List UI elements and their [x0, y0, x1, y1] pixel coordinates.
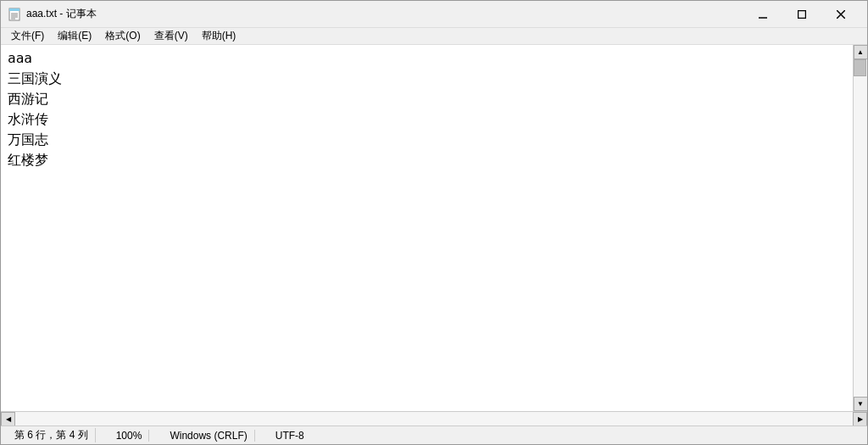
scroll-down-button[interactable]: ▼	[854, 397, 868, 411]
scroll-thumb-y[interactable]	[854, 59, 866, 76]
encoding: UTF-8	[269, 430, 311, 442]
vertical-scrollbar[interactable]: ▲ ▼	[853, 45, 867, 411]
zoom-level: 100%	[109, 430, 150, 442]
scroll-right-button[interactable]: ▶	[853, 412, 867, 426]
close-button[interactable]	[821, 1, 860, 28]
window-title: aaa.txt - 记事本	[26, 7, 743, 21]
notepad-window: aaa.txt - 记事本 文件(F) 编辑(E) 格式(O) 查看(V) 帮助…	[0, 0, 868, 445]
horizontal-scrollbar[interactable]: ◀ ▶	[1, 411, 867, 426]
title-bar: aaa.txt - 记事本	[1, 1, 867, 28]
app-icon	[8, 8, 21, 21]
scroll-left-button[interactable]: ◀	[1, 412, 15, 426]
scroll-track-y[interactable]	[854, 59, 867, 397]
menu-format[interactable]: 格式(O)	[98, 27, 147, 45]
maximize-button[interactable]	[782, 1, 821, 28]
menu-edit[interactable]: 编辑(E)	[51, 27, 98, 45]
svg-rect-7	[798, 10, 806, 18]
menu-bar: 文件(F) 编辑(E) 格式(O) 查看(V) 帮助(H)	[1, 28, 867, 45]
editor-area: aaa 三国演义 西游记 水浒传 万国志 红楼梦 ▲ ▼	[1, 45, 867, 411]
menu-file[interactable]: 文件(F)	[4, 27, 51, 45]
window-controls	[743, 1, 860, 28]
text-editor[interactable]: aaa 三国演义 西游记 水浒传 万国志 红楼梦	[1, 45, 853, 411]
cursor-position: 第 6 行，第 4 列	[8, 428, 96, 442]
line-ending: Windows (CRLF)	[163, 430, 254, 442]
scroll-up-button[interactable]: ▲	[854, 45, 868, 59]
minimize-button[interactable]	[743, 1, 782, 28]
menu-view[interactable]: 查看(V)	[147, 27, 195, 45]
scroll-track-x[interactable]	[15, 412, 853, 426]
svg-rect-1	[9, 8, 19, 11]
menu-help[interactable]: 帮助(H)	[195, 27, 243, 45]
status-bar: 第 6 行，第 4 列 100% Windows (CRLF) UTF-8	[1, 426, 867, 444]
